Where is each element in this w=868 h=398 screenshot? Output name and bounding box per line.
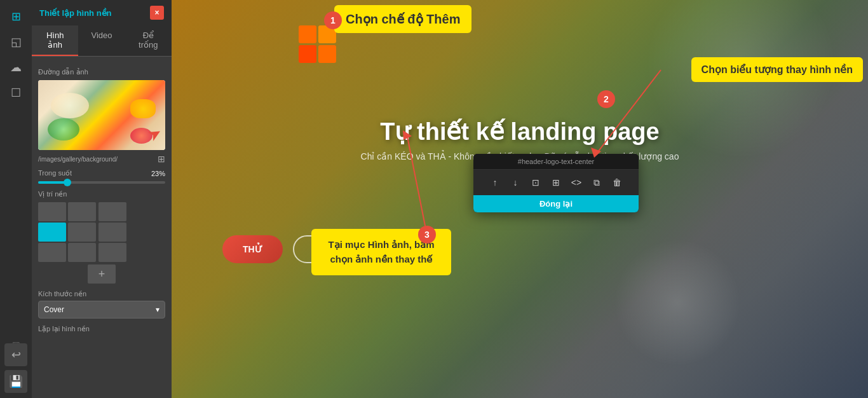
left-toolbar: ⊞ ◱ ☁ ☐ 📱 ↩ 💾 — [0, 0, 32, 398]
panel-content: Đường dẫn ảnh ➤ /images/gallery/backgrou… — [32, 57, 172, 398]
badge-2-text: 2 — [604, 94, 609, 104]
position-label: Vị trí nền — [38, 190, 165, 198]
image-path-text: /images/gallery/background/ — [38, 156, 118, 163]
tab-de-trong[interactable]: Để trống — [125, 25, 172, 56]
size-section: Kích thước nền Cover ▾ — [38, 290, 165, 319]
pos-mid-left[interactable] — [38, 223, 66, 242]
slider-thumb[interactable] — [64, 179, 71, 186]
panel-title: Thiết lập hình nền — [39, 8, 112, 18]
side-panel: Thiết lập hình nền × Hình ảnh Video Để t… — [32, 0, 172, 398]
badge-1: 1 — [324, 11, 342, 29]
toolbar-icon-upload[interactable]: ☁ — [4, 56, 27, 79]
tooltip-2: Chọn biểu tượng thay hình nền — [691, 57, 863, 82]
repeat-label: Lặp lại hình nền — [38, 325, 165, 333]
panel-close-button[interactable]: × — [150, 6, 164, 20]
panel-header: Thiết lập hình nền × — [32, 0, 172, 25]
toolbar-icon-device[interactable]: ☐ — [4, 81, 27, 104]
ft-icon-grid[interactable]: ⊞ — [547, 174, 565, 191]
svg-line-2 — [407, 134, 426, 229]
pos-add-button[interactable]: + — [88, 264, 116, 284]
pos-mid-center[interactable] — [68, 223, 96, 242]
pos-add-row: + — [38, 264, 165, 284]
image-path-row: /images/gallery/background/ ⊞ — [38, 154, 165, 164]
toolbar-icon-redo[interactable]: 💾 — [4, 370, 27, 393]
pos-top-center[interactable] — [68, 202, 96, 221]
ft-icon-delete[interactable]: 🗑 — [608, 174, 626, 191]
position-grid — [38, 202, 127, 262]
chevron-down-icon: ▾ — [156, 305, 159, 314]
pos-bot-left[interactable] — [38, 243, 66, 262]
badge-1-text: 1 — [330, 15, 336, 25]
arrow-svg-2 — [515, 64, 674, 172]
tooltip-3-text: Tại mục Hình ảnh, bấm chọn ảnh nền thay … — [329, 239, 435, 264]
opacity-slider[interactable] — [38, 181, 165, 184]
ft-close-button[interactable]: Đóng lại — [473, 195, 639, 212]
position-section: Vị trí nền + — [38, 190, 165, 284]
badge-2: 2 — [597, 90, 615, 108]
opacity-section: Trong suốt 23% — [38, 169, 165, 184]
repeat-section: Lặp lại hình nền — [38, 325, 165, 333]
tab-video[interactable]: Video — [78, 25, 125, 56]
toolbar-icon-add[interactable]: ⊞ — [4, 5, 27, 28]
main-content: Tự thiết kế landing page Chỉ cần KÉO và … — [172, 0, 868, 398]
tooltip-1: Chọn chế độ Thêm — [334, 5, 471, 33]
image-label: Đường dẫn ảnh — [38, 68, 165, 76]
size-select[interactable]: Cover ▾ — [38, 301, 165, 319]
pos-bot-center[interactable] — [68, 243, 96, 262]
arrow-svg-3 — [381, 127, 458, 232]
size-label: Kích thước nền — [38, 290, 165, 298]
ft-icon-frame[interactable]: ⊡ — [527, 174, 545, 191]
tooltip-2-text: Chọn biểu tượng thay hình nền — [702, 64, 853, 75]
ft-icon-code[interactable]: <> — [567, 174, 585, 191]
opacity-label: Trong suốt — [38, 169, 72, 177]
ft-icons-row: ↑ ↓ ⊡ ⊞ <> ⧉ 🗑 — [473, 170, 639, 195]
panel-tabs: Hình ảnh Video Để trống — [32, 25, 172, 57]
box-icon — [299, 25, 336, 63]
tooltip-1-text: Chọn chế độ Thêm — [346, 12, 460, 26]
image-preview[interactable]: ➤ — [38, 80, 165, 150]
ft-icon-copy[interactable]: ⧉ — [588, 174, 606, 191]
pos-top-right[interactable] — [98, 202, 126, 221]
pos-bot-right[interactable] — [98, 243, 126, 262]
toolbar-icon-layers[interactable]: ◱ — [4, 31, 27, 53]
size-value: Cover — [44, 305, 64, 314]
svg-line-0 — [597, 70, 661, 153]
toolbar-icon-save[interactable]: ↩ — [4, 343, 27, 366]
grid-icon[interactable]: ⊞ — [158, 154, 165, 164]
ft-icon-down[interactable]: ↓ — [506, 174, 524, 191]
pos-mid-right[interactable] — [98, 223, 126, 242]
ft-icon-up[interactable]: ↑ — [486, 174, 504, 191]
btn-try[interactable]: THỬ — [222, 235, 283, 263]
opacity-value: 23% — [151, 170, 165, 177]
pos-top-left[interactable] — [38, 202, 66, 221]
tab-hinh-anh[interactable]: Hình ảnh — [32, 25, 78, 56]
